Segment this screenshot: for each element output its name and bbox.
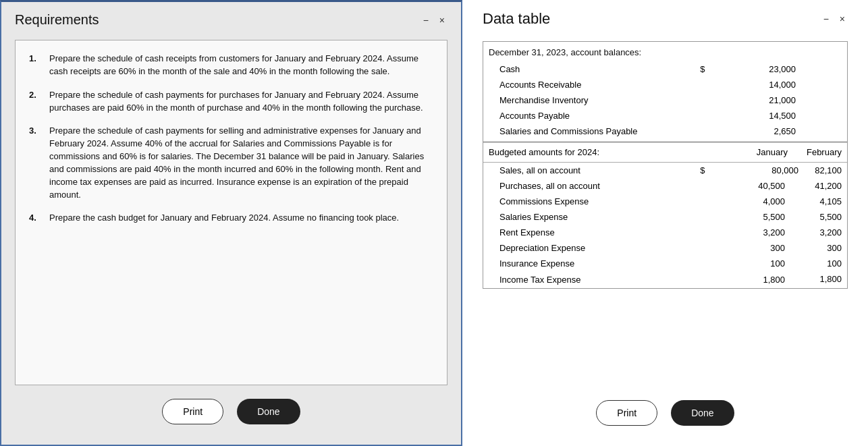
budget-feb-sales: 82,100 — [801, 162, 847, 178]
account-value-cash: 23,000 — [710, 61, 801, 77]
budget-dollar-sales: $ — [683, 162, 710, 178]
account-name-scp: Salaries and Commissions Payable — [483, 123, 683, 139]
table-row: Commissions Expense 4,000 4,105 — [483, 194, 847, 209]
budget-header-row: Budgeted amounts for 2024: January Febru… — [483, 142, 847, 162]
table-row: Accounts Receivable 14,000 — [483, 77, 847, 92]
budget-jan-rent: 3,200 — [710, 225, 801, 240]
window-controls-left: − × — [421, 14, 447, 26]
minimize-button-left[interactable]: − — [421, 14, 431, 26]
requirements-panel: Requirements − × 1. Prepare the schedule… — [0, 0, 462, 446]
table-row: Income Tax Expense 1,800 1,800 — [483, 271, 847, 288]
account-dollar-ar — [683, 77, 710, 92]
account-name-ap: Accounts Payable — [483, 108, 683, 123]
req-text-1: Prepare the schedule of cash receipts fr… — [49, 53, 433, 78]
table-row: Insurance Expense 100 100 — [483, 256, 847, 271]
table-row: Purchases, all on account 40,500 41,200 — [483, 178, 847, 194]
requirements-list: 1. Prepare the schedule of cash receipts… — [29, 53, 433, 225]
budget-dollar-commissions — [683, 194, 710, 209]
budget-label-commissions: Commissions Expense — [483, 194, 683, 209]
data-table-wrapper: December 31, 2023, account balances: Cas… — [483, 41, 848, 289]
budget-dollar-rent — [683, 225, 710, 240]
budget-label-depreciation: Depreciation Expense — [483, 240, 683, 256]
account-dollar-cash: $ — [683, 61, 710, 77]
spacer — [801, 77, 847, 92]
account-dollar-inv — [683, 92, 710, 108]
close-button-left[interactable]: × — [437, 14, 447, 26]
budget-dollar-depreciation — [683, 240, 710, 256]
budget-dollar-incometax — [683, 271, 710, 288]
table-row: Accounts Payable 14,500 — [483, 108, 847, 123]
budget-jan-commissions: 4,000 — [710, 194, 801, 209]
col-february-header: February — [801, 142, 847, 162]
budget-label-rent: Rent Expense — [483, 225, 683, 240]
spacer — [801, 123, 847, 139]
close-button-right[interactable]: × — [837, 13, 848, 25]
budget-label-salaries: Salaries Expense — [483, 209, 683, 225]
account-name-ar: Accounts Receivable — [483, 77, 683, 92]
table-row: Salaries and Commissions Payable 2,650 — [483, 123, 847, 139]
requirements-print-button[interactable]: Print — [162, 399, 223, 424]
budget-feb-insurance: 100 — [801, 256, 847, 271]
spacer — [801, 61, 847, 77]
data-table: December 31, 2023, account balances: Cas… — [483, 42, 847, 288]
account-value-inv: 21,000 — [710, 92, 801, 108]
list-item: 1. Prepare the schedule of cash receipts… — [29, 53, 433, 78]
datatable-print-button[interactable]: Print — [596, 400, 657, 426]
budget-jan-insurance: 100 — [710, 256, 801, 271]
budget-jan-purchases: 40,500 — [710, 178, 801, 194]
budget-feb-incometax: 1,800 — [801, 271, 847, 288]
datatable-done-button[interactable]: Done — [671, 400, 734, 426]
req-num-2: 2. — [29, 89, 43, 115]
section2-header: Budgeted amounts for 2024: — [483, 142, 683, 162]
table-row: Cash $ 23,000 — [483, 61, 847, 77]
table-row: Salaries Expense 5,500 5,500 — [483, 209, 847, 225]
budget-dollar-purchases — [683, 178, 710, 194]
budget-jan-sales-val: 80,000 — [771, 165, 798, 175]
list-item: 3. Prepare the schedule of cash payments… — [29, 125, 433, 201]
budget-label-insurance: Insurance Expense — [483, 256, 683, 271]
window-controls-right: − × — [821, 13, 848, 25]
requirements-content-box: 1. Prepare the schedule of cash receipts… — [15, 40, 447, 385]
req-num-1: 1. — [29, 53, 43, 78]
budget-feb-rent: 3,200 — [801, 225, 847, 240]
account-dollar-scp — [683, 123, 710, 139]
req-num-4: 4. — [29, 212, 43, 225]
budget-label-sales: Sales, all on account — [483, 162, 683, 178]
list-item: 4. Prepare the cash budget for January a… — [29, 212, 433, 225]
req-text-4: Prepare the cash budget for January and … — [49, 212, 433, 225]
table-row: Merchandise Inventory 21,000 — [483, 92, 847, 108]
datatable-panel: Data table − × December 31, 2023, accoun… — [462, 0, 868, 446]
requirements-title-bar: Requirements − × — [15, 12, 447, 28]
account-name-inv: Merchandise Inventory — [483, 92, 683, 108]
table-row: Sales, all on account $ 80,000 82,100 — [483, 162, 847, 178]
requirements-button-row: Print Done — [15, 399, 447, 431]
spacer — [801, 92, 847, 108]
datatable-title-bar: Data table − × — [483, 10, 848, 28]
budget-feb-depreciation: 300 — [801, 240, 847, 256]
datatable-title: Data table — [483, 10, 550, 28]
budget-jan-sales: 80,000 — [710, 162, 801, 178]
account-value-ap: 14,500 — [710, 108, 801, 123]
budget-label-incometax: Income Tax Expense — [483, 271, 683, 288]
section1-header-row: December 31, 2023, account balances: — [483, 42, 847, 61]
list-item: 2. Prepare the schedule of cash payments… — [29, 89, 433, 115]
spacer — [801, 108, 847, 123]
table-row: Depreciation Expense 300 300 — [483, 240, 847, 256]
requirements-title: Requirements — [15, 12, 99, 28]
table-row: Rent Expense 3,200 3,200 — [483, 225, 847, 240]
spacer — [683, 142, 710, 162]
requirements-done-button[interactable]: Done — [237, 399, 300, 424]
section1-header: December 31, 2023, account balances: — [483, 42, 847, 61]
budget-dollar-insurance — [683, 256, 710, 271]
account-value-ar: 14,000 — [710, 77, 801, 92]
budget-dollar-salaries — [683, 209, 710, 225]
req-text-3: Prepare the schedule of cash payments fo… — [49, 125, 433, 201]
minimize-button-right[interactable]: − — [821, 13, 832, 25]
budget-jan-incometax: 1,800 — [710, 271, 801, 288]
col-january-header: January — [710, 142, 801, 162]
req-text-2: Prepare the schedule of cash payments fo… — [49, 89, 433, 115]
budget-feb-commissions: 4,105 — [801, 194, 847, 209]
account-name-cash: Cash — [483, 61, 683, 77]
budget-label-purchases: Purchases, all on account — [483, 178, 683, 194]
datatable-button-row: Print Done — [483, 400, 848, 433]
